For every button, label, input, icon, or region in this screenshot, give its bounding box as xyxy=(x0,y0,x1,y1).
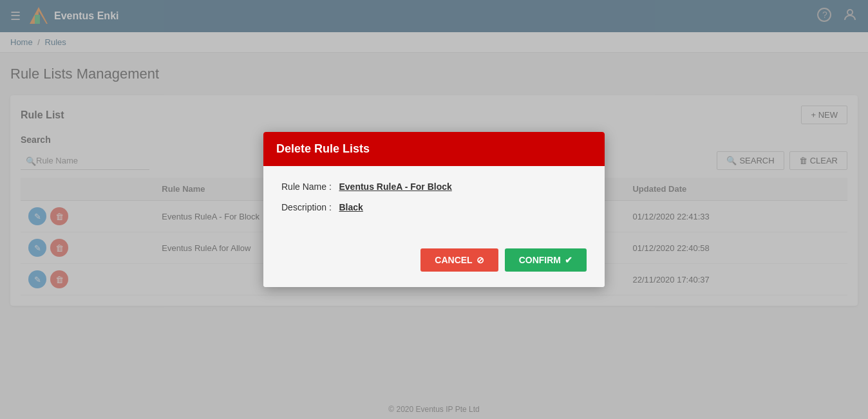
modal-footer: CANCEL ⊘ CONFIRM ✔ xyxy=(263,238,605,287)
modal-overlay: Delete Rule Lists Rule Name : Eventus Ru… xyxy=(0,0,868,319)
modal-title: Delete Rule Lists xyxy=(276,142,370,155)
modal-body: Rule Name : Eventus RuleA - For Block De… xyxy=(263,166,605,238)
confirm-button[interactable]: CONFIRM ✔ xyxy=(505,248,587,272)
cancel-btn-label: CANCEL xyxy=(435,255,472,265)
modal-description-field: Description : Black xyxy=(281,202,587,212)
confirm-icon: ✔ xyxy=(565,255,572,265)
description-label: Description : xyxy=(281,202,332,212)
cancel-icon: ⊘ xyxy=(476,255,484,265)
rule-name-value: Eventus RuleA - For Block xyxy=(339,182,451,192)
confirm-btn-label: CONFIRM xyxy=(519,255,561,265)
rule-name-label: Rule Name : xyxy=(281,182,332,192)
modal-header: Delete Rule Lists xyxy=(263,132,605,166)
delete-modal: Delete Rule Lists Rule Name : Eventus Ru… xyxy=(263,132,605,287)
cancel-button[interactable]: CANCEL ⊘ xyxy=(420,248,498,272)
description-value: Black xyxy=(339,202,363,212)
modal-rule-name-field: Rule Name : Eventus RuleA - For Block xyxy=(281,182,587,192)
